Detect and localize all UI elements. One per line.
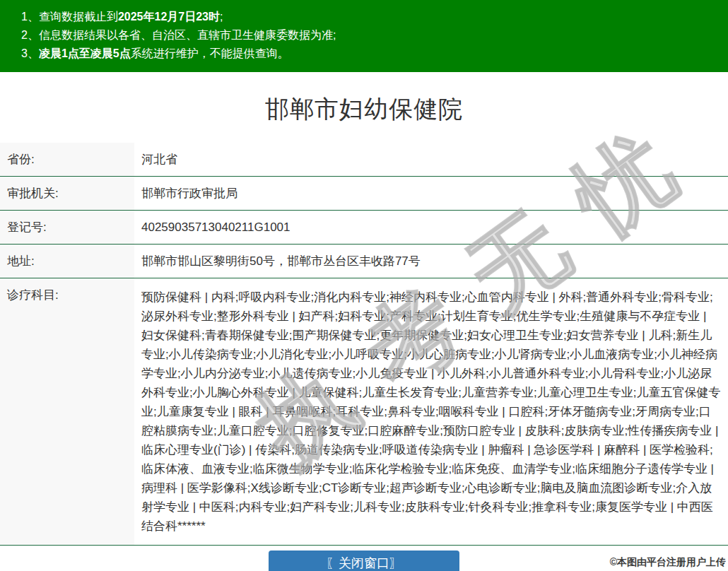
row-value-province: 河北省 <box>134 143 728 176</box>
row-label-approval-authority: 审批机关: <box>0 177 134 210</box>
row-value-registration-number: 40259035713040211G1001 <box>134 211 728 244</box>
table-row-medical-subjects: 诊疗科目: 预防保健科 | 内科;呼吸内科专业;消化内科专业;神经内科专业;心血… <box>0 278 728 546</box>
notice-line-2-text: 信息数据结果以各省、自治区、直辖市卫生健康委数据为准; <box>39 29 336 41</box>
table-row-address: 地址: 邯郸市邯山区黎明街50号，邯郸市丛台区丰收路77号 <box>0 245 728 278</box>
row-label-registration-number: 登记号: <box>0 211 134 244</box>
table-row-approval-authority: 审批机关: 邯郸市行政审批局 <box>0 177 728 211</box>
notice-line-3: 3、凌晨1点至凌晨5点系统进行维护，不能提供查询。 <box>0 45 728 63</box>
title-section: 邯郸市妇幼保健院 <box>0 72 728 143</box>
notice-line-2-num: 2、 <box>21 29 39 41</box>
row-label-medical-subjects: 诊疗科目: <box>0 278 134 545</box>
notice-line-1-post: ; <box>220 11 223 23</box>
notice-line-3-bold: 凌晨1点至凌晨5点 <box>39 47 131 59</box>
row-value-approval-authority: 邯郸市行政审批局 <box>134 177 728 210</box>
notice-line-2: 2、信息数据结果以各省、自治区、直辖市卫生健康委数据为准; <box>0 26 728 45</box>
notice-line-1: 1、查询数据截止到2025年12月7日23时; <box>0 8 728 26</box>
table-row-province: 省份: 河北省 <box>0 143 728 177</box>
upload-credit-watermark: ©本图由平台注册用户上传 <box>610 556 726 569</box>
page-title: 邯郸市妇幼保健院 <box>0 93 728 126</box>
notice-banner: 1、查询数据截止到2025年12月7日23时; 2、信息数据结果以各省、自治区、… <box>0 0 728 72</box>
notice-line-1-bold: 2025年12月7日23时 <box>118 11 220 23</box>
close-window-button[interactable]: 〖关闭窗口〗 <box>269 551 459 571</box>
row-label-address: 地址: <box>0 245 134 278</box>
row-value-medical-subjects: 预防保健科 | 内科;呼吸内科专业;消化内科专业;神经内科专业;心血管内科专业 … <box>134 278 728 545</box>
notice-line-1-text: 查询数据截止到 <box>39 11 118 23</box>
notice-line-3-num: 3、 <box>21 47 39 59</box>
info-table: 省份: 河北省 审批机关: 邯郸市行政审批局 登记号: 402590357130… <box>0 143 728 546</box>
row-value-address: 邯郸市邯山区黎明街50号，邯郸市丛台区丰收路77号 <box>134 245 728 278</box>
table-row-registration-number: 登记号: 40259035713040211G1001 <box>0 211 728 245</box>
notice-line-1-num: 1、 <box>21 11 39 23</box>
row-label-province: 省份: <box>0 143 134 176</box>
notice-line-3-post: 系统进行维护，不能提供查询。 <box>131 47 289 59</box>
